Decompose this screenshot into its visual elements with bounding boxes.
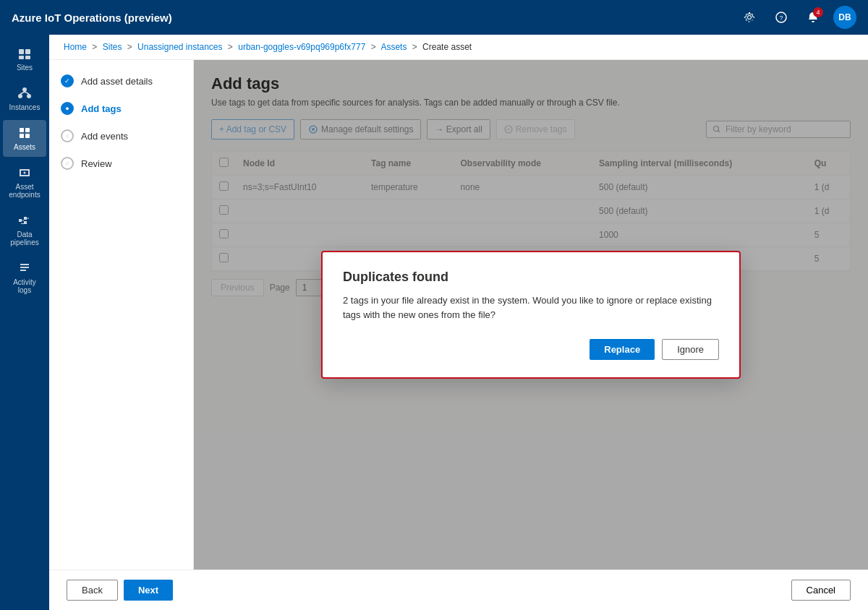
modal-title: Duplicates found: [343, 270, 719, 285]
next-button[interactable]: Next: [124, 580, 173, 601]
svg-line-9: [20, 92, 25, 94]
svg-point-6: [22, 87, 27, 92]
cancel-button[interactable]: Cancel: [791, 580, 851, 601]
ignore-button[interactable]: Ignore: [662, 339, 719, 360]
avatar[interactable]: DB: [833, 6, 856, 29]
main-area: Home > Sites > Unassigned instances > ur…: [49, 35, 868, 610]
content-layout: ✓ Add asset details ● Add tags ○ Add eve…: [49, 60, 868, 570]
breadcrumb-instance[interactable]: urban-goggles-v69pq969p6fx777: [238, 42, 365, 52]
sidebar-item-data-pipelines[interactable]: Data pipelines: [3, 207, 46, 252]
sidebar-item-sites-label: Sites: [17, 64, 33, 72]
svg-rect-16: [22, 220, 24, 221]
settings-button[interactable]: [738, 6, 761, 29]
svg-rect-13: [20, 134, 24, 138]
sidebar-item-instances[interactable]: Instances: [3, 80, 46, 117]
svg-rect-17: [27, 218, 29, 219]
notifications-button[interactable]: 4: [801, 6, 825, 29]
sidebar-item-assets[interactable]: Assets: [3, 120, 46, 157]
sidebar-item-asset-endpoints-label: Asset endpoints: [6, 183, 43, 199]
breadcrumb-home[interactable]: Home: [64, 42, 87, 52]
sidebar-item-data-pipelines-label: Data pipelines: [6, 231, 43, 246]
step-add-events[interactable]: ○ Add events: [61, 129, 182, 142]
topbar-actions: ? 4 DB: [738, 6, 856, 29]
step-circle-1: ✓: [61, 74, 74, 87]
step-review[interactable]: ○ Review: [61, 157, 182, 170]
step-label-1: Add asset details: [81, 76, 153, 87]
sidebar-item-activity-logs-label: Activity logs: [6, 278, 43, 294]
svg-rect-2: [19, 49, 24, 54]
step-add-asset-details[interactable]: ✓ Add asset details: [61, 74, 182, 87]
step-label-4: Review: [81, 158, 112, 169]
svg-rect-14: [25, 134, 30, 138]
breadcrumb-assets[interactable]: Assets: [380, 42, 407, 52]
duplicates-modal: Duplicates found 2 tags in your file alr…: [321, 251, 741, 379]
sidebar-item-activity-logs[interactable]: Activity logs: [3, 255, 46, 300]
sidebar-item-assets-label: Assets: [14, 143, 35, 151]
svg-line-10: [25, 92, 29, 94]
step-add-tags[interactable]: ● Add tags: [61, 102, 182, 115]
step-label-3: Add events: [81, 131, 128, 142]
svg-rect-4: [19, 56, 24, 59]
modal-overlay: Duplicates found 2 tags in your file alr…: [194, 60, 868, 570]
breadcrumb-sites[interactable]: Sites: [103, 42, 122, 52]
step-circle-4: ○: [61, 157, 74, 170]
breadcrumb-unassigned-instances[interactable]: Unassigned instances: [137, 42, 222, 52]
bottom-left-actions: Back Next: [67, 580, 173, 601]
steps-panel: ✓ Add asset details ● Add tags ○ Add eve…: [49, 60, 194, 570]
svg-point-15: [24, 172, 26, 174]
sidebar-item-asset-endpoints[interactable]: Asset endpoints: [3, 160, 46, 205]
sidebar-item-instances-label: Instances: [9, 103, 41, 111]
svg-rect-11: [20, 128, 24, 132]
help-button[interactable]: ?: [770, 6, 793, 29]
breadcrumb-current: Create asset: [422, 42, 472, 52]
svg-rect-5: [25, 56, 30, 59]
svg-text:?: ?: [779, 14, 783, 22]
svg-rect-3: [25, 49, 30, 54]
app-title: Azure IoT Operations (preview): [12, 12, 172, 24]
back-button[interactable]: Back: [67, 580, 118, 601]
modal-body: 2 tags in your file already exist in the…: [343, 293, 719, 322]
modal-actions: Replace Ignore: [343, 339, 719, 360]
page-content: Add tags Use tags to get data from speci…: [194, 60, 868, 570]
main-layout: Sites Instances Assets Asset endpoints D…: [0, 35, 868, 610]
bottom-bar: Back Next Cancel: [49, 570, 868, 610]
step-circle-2: ●: [61, 102, 74, 115]
topbar: Azure IoT Operations (preview) ? 4 DB: [0, 0, 868, 35]
notification-count: 4: [813, 7, 823, 17]
sidebar-item-sites[interactable]: Sites: [3, 40, 46, 77]
breadcrumb: Home > Sites > Unassigned instances > ur…: [49, 35, 868, 60]
replace-button[interactable]: Replace: [590, 339, 655, 360]
svg-point-8: [27, 94, 31, 98]
svg-point-7: [18, 94, 22, 98]
step-label-2: Add tags: [81, 103, 122, 114]
step-circle-3: ○: [61, 129, 74, 142]
svg-rect-12: [25, 128, 30, 132]
sidebar: Sites Instances Assets Asset endpoints D…: [0, 35, 49, 610]
